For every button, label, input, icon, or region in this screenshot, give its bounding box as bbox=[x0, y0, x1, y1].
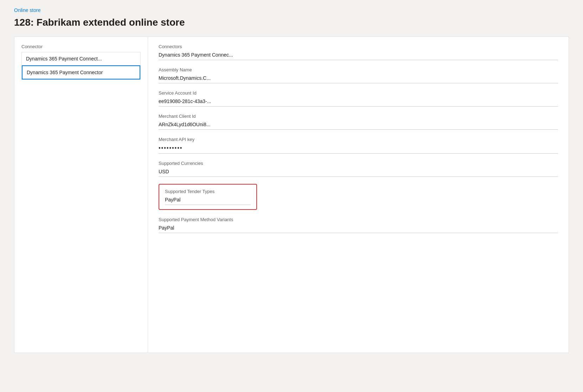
list-item-selected[interactable]: Dynamics 365 Payment Connector bbox=[22, 65, 140, 79]
list-item[interactable]: Dynamics 365 Payment Connect... bbox=[22, 52, 140, 65]
supported-currencies-label: Supported Currencies bbox=[159, 161, 558, 166]
service-account-id-value: ee919080-281c-43a3-... bbox=[159, 97, 558, 107]
merchant-client-id-label: Merchant Client Id bbox=[159, 114, 558, 119]
connectors-value: Dynamics 365 Payment Connec... bbox=[159, 51, 558, 60]
breadcrumb: Online store bbox=[14, 7, 569, 13]
assembly-name-value: Microsoft.Dynamics.C... bbox=[159, 74, 558, 83]
field-assembly-name: Assembly Name Microsoft.Dynamics.C... bbox=[159, 67, 558, 83]
supported-payment-method-variants-value: PayPal bbox=[159, 224, 558, 233]
connector-label: Connector bbox=[21, 44, 141, 49]
field-merchant-api-key: Merchant API key ••••••••• bbox=[159, 137, 558, 154]
assembly-name-label: Assembly Name bbox=[159, 67, 558, 72]
merchant-api-key-label: Merchant API key bbox=[159, 137, 558, 142]
left-panel: Connector Dynamics 365 Payment Connect..… bbox=[14, 37, 148, 353]
supported-tender-types-section: Supported Tender Types PayPal bbox=[159, 184, 257, 210]
field-merchant-client-id: Merchant Client Id ARnZk4Lyd1d6OUni8... bbox=[159, 114, 558, 130]
service-account-id-label: Service Account Id bbox=[159, 90, 558, 96]
supported-currencies-value: USD bbox=[159, 167, 558, 177]
right-panel: Connectors Dynamics 365 Payment Connec..… bbox=[148, 37, 569, 353]
merchant-api-key-value: ••••••••• bbox=[159, 143, 558, 154]
connector-list: Dynamics 365 Payment Connect... Dynamics… bbox=[21, 52, 141, 80]
field-connectors: Connectors Dynamics 365 Payment Connec..… bbox=[159, 44, 558, 60]
breadcrumb-link[interactable]: Online store bbox=[14, 7, 40, 13]
supported-tender-types-value: PayPal bbox=[165, 195, 251, 205]
page-title: 128: Fabrikam extended online store bbox=[14, 17, 569, 28]
field-supported-currencies: Supported Currencies USD bbox=[159, 161, 558, 177]
field-supported-payment-method-variants: Supported Payment Method Variants PayPal bbox=[159, 217, 558, 233]
content-area: Connector Dynamics 365 Payment Connect..… bbox=[14, 37, 569, 353]
field-service-account-id: Service Account Id ee919080-281c-43a3-..… bbox=[159, 90, 558, 107]
supported-tender-types-label: Supported Tender Types bbox=[165, 189, 251, 194]
connectors-label: Connectors bbox=[159, 44, 558, 49]
merchant-client-id-value: ARnZk4Lyd1d6OUni8... bbox=[159, 120, 558, 130]
supported-payment-method-variants-label: Supported Payment Method Variants bbox=[159, 217, 558, 222]
